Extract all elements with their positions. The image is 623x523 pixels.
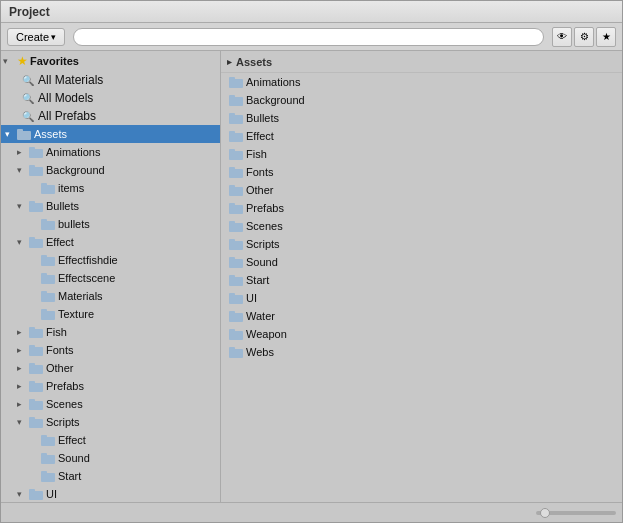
tree-fish[interactable]: ▸ Fish [1, 323, 220, 341]
right-other[interactable]: Other [221, 181, 622, 199]
bottom-bar [1, 502, 622, 522]
effectfishdie-label: Effectfishdie [58, 254, 118, 266]
tree-animations[interactable]: ▸ Animations [1, 143, 220, 161]
right-scripts-label: Scripts [246, 238, 280, 250]
right-webs[interactable]: Webs [221, 343, 622, 361]
right-background-icon [229, 95, 243, 106]
search-bar [73, 28, 544, 46]
ui-toggle: ▾ [17, 489, 29, 499]
right-fonts[interactable]: Fonts [221, 163, 622, 181]
right-fish-icon [229, 149, 243, 160]
tree-scenes[interactable]: ▸ Scenes [1, 395, 220, 413]
sound-label: Sound [58, 452, 90, 464]
tree-fonts[interactable]: ▸ Fonts [1, 341, 220, 359]
right-start[interactable]: Start [221, 271, 622, 289]
right-animations-icon [229, 77, 243, 88]
right-prefabs[interactable]: Prefabs [221, 199, 622, 217]
right-prefabs-label: Prefabs [246, 202, 284, 214]
bookmark-icon-button[interactable]: ★ [596, 27, 616, 47]
settings-icon-button[interactable]: ⚙ [574, 27, 594, 47]
tree-bullets-sub[interactable]: bullets [1, 215, 220, 233]
items-label: items [58, 182, 84, 194]
fav-all-materials[interactable]: 🔍 All Materials [1, 71, 220, 89]
right-water[interactable]: Water [221, 307, 622, 325]
tree-materials[interactable]: Materials [1, 287, 220, 305]
right-water-icon [229, 311, 243, 322]
search-input[interactable] [73, 28, 544, 46]
right-animations-label: Animations [246, 76, 300, 88]
animations-toggle: ▸ [17, 147, 29, 157]
fav-all-models[interactable]: 🔍 All Models [1, 89, 220, 107]
tree-background[interactable]: ▾ Background [1, 161, 220, 179]
right-ui[interactable]: UI [221, 289, 622, 307]
tree-sound[interactable]: Sound [1, 449, 220, 467]
tree-scripts-effect[interactable]: Effect [1, 431, 220, 449]
project-window: Project Create 👁 ⚙ ★ ▾ ★ Favorites 🔍 Al [0, 0, 623, 523]
tree-ui[interactable]: ▾ UI [1, 485, 220, 502]
fav-all-materials-label: All Materials [38, 73, 103, 87]
zoom-slider-thumb[interactable] [540, 508, 550, 518]
effect-folder-icon [29, 237, 43, 248]
assets-folder-icon [17, 129, 31, 140]
create-button[interactable]: Create [7, 28, 65, 46]
right-scenes[interactable]: Scenes [221, 217, 622, 235]
background-folder-icon [29, 165, 43, 176]
bullets-toggle: ▾ [17, 201, 29, 211]
effectscene-folder-icon [41, 273, 55, 284]
assets-root[interactable]: ▾ Assets [1, 125, 220, 143]
right-webs-label: Webs [246, 346, 274, 358]
tree-effectscene[interactable]: Effectscene [1, 269, 220, 287]
effect-toggle: ▾ [17, 237, 29, 247]
ui-label: UI [46, 488, 57, 500]
right-panel-title: Assets [236, 56, 272, 68]
scenes-folder-icon [29, 399, 43, 410]
tree-start[interactable]: Start [1, 467, 220, 485]
tree-scripts[interactable]: ▾ Scripts [1, 413, 220, 431]
favorites-toggle[interactable]: ▾ [3, 56, 15, 66]
materials-folder-icon [41, 291, 55, 302]
ui-folder-icon [29, 489, 43, 500]
panel-header-arrow: ▸ [227, 57, 232, 67]
window-title: Project [9, 5, 50, 19]
fish-toggle: ▸ [17, 327, 29, 337]
right-sound-label: Sound [246, 256, 278, 268]
prefabs-folder-icon [29, 381, 43, 392]
toolbar-icons: 👁 ⚙ ★ [552, 27, 616, 47]
right-animations[interactable]: Animations [221, 73, 622, 91]
tree-texture[interactable]: Texture [1, 305, 220, 323]
right-weapon-label: Weapon [246, 328, 287, 340]
right-scenes-label: Scenes [246, 220, 283, 232]
eye-icon-button[interactable]: 👁 [552, 27, 572, 47]
favorites-section: ▾ ★ Favorites [1, 51, 220, 71]
right-effect[interactable]: Effect [221, 127, 622, 145]
tree-effectfishdie[interactable]: Effectfishdie [1, 251, 220, 269]
right-sound[interactable]: Sound [221, 253, 622, 271]
right-fonts-label: Fonts [246, 166, 274, 178]
right-panel: ▸ Assets Animations Background Bullets E… [221, 51, 622, 502]
create-label: Create [16, 31, 49, 43]
right-start-label: Start [246, 274, 269, 286]
effect-label: Effect [46, 236, 74, 248]
fav-all-prefabs[interactable]: 🔍 All Prefabs [1, 107, 220, 125]
tree-other[interactable]: ▸ Other [1, 359, 220, 377]
right-background[interactable]: Background [221, 91, 622, 109]
star-icon: ★ [17, 54, 28, 68]
scripts-effect-label: Effect [58, 434, 86, 446]
right-fish[interactable]: Fish [221, 145, 622, 163]
tree-items[interactable]: items [1, 179, 220, 197]
right-bullets-icon [229, 113, 243, 124]
tree-prefabs[interactable]: ▸ Prefabs [1, 377, 220, 395]
right-bullets[interactable]: Bullets [221, 109, 622, 127]
right-weapon-icon [229, 329, 243, 340]
right-scenes-icon [229, 221, 243, 232]
tree-bullets[interactable]: ▾ Bullets [1, 197, 220, 215]
zoom-slider-track[interactable] [536, 511, 616, 515]
scenes-toggle: ▸ [17, 399, 29, 409]
right-sound-icon [229, 257, 243, 268]
right-scripts[interactable]: Scripts [221, 235, 622, 253]
favorites-label: Favorites [30, 55, 79, 67]
right-weapon[interactable]: Weapon [221, 325, 622, 343]
assets-label: Assets [34, 128, 67, 140]
tree-effect[interactable]: ▾ Effect [1, 233, 220, 251]
texture-folder-icon [41, 309, 55, 320]
